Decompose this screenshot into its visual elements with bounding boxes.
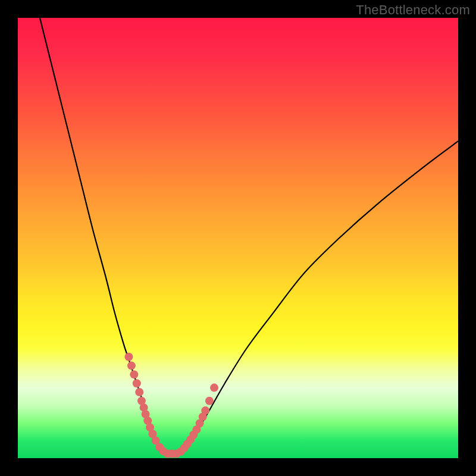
curve-layer	[18, 18, 458, 458]
plot-area	[18, 18, 458, 458]
highlight-marker	[124, 353, 133, 361]
highlight-marker	[130, 370, 138, 378]
highlight-marker	[205, 397, 214, 405]
outer-frame: TheBottleneck.com	[0, 0, 476, 476]
highlight-marker	[210, 384, 218, 392]
bottleneck-curve	[40, 18, 458, 454]
highlight-marker	[135, 388, 143, 396]
marker-group	[124, 353, 218, 458]
attribution-text: TheBottleneck.com	[356, 2, 470, 18]
highlight-marker	[127, 362, 136, 370]
highlight-marker	[201, 406, 209, 415]
highlight-marker	[133, 379, 141, 387]
